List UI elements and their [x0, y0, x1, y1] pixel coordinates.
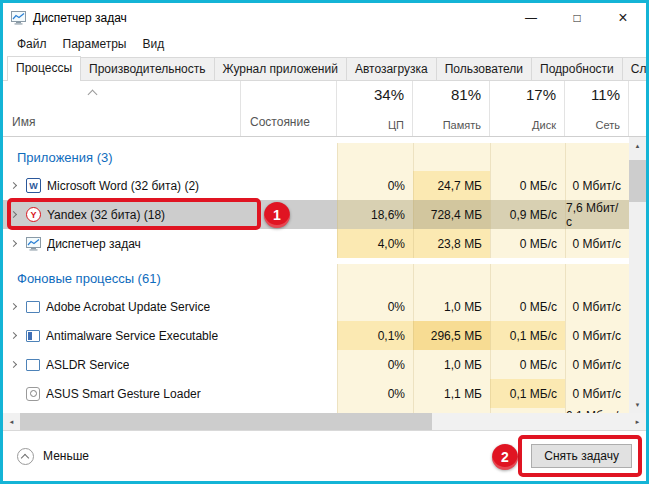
process-row[interactable]: YYandex (32 бита) (18)18,6%728,4 МБ0,9 М… [3, 200, 629, 229]
cpu-cell: 4,0% [337, 229, 413, 258]
process-row[interactable]: Adobe Acrobat Update Service0%1,0 МБ0 МБ… [3, 292, 629, 321]
tab-performance[interactable]: Производительность [80, 57, 214, 80]
cpu-cell [337, 143, 413, 171]
menu-item-options[interactable]: Параметры [55, 32, 135, 56]
minimize-button[interactable]: — [508, 3, 554, 32]
close-button[interactable]: × [600, 3, 646, 32]
expand-chevron-icon[interactable] [10, 361, 17, 368]
horizontal-scrollbar[interactable]: ◄ ► [3, 413, 646, 430]
process-name: Диспетчер задач [47, 237, 141, 251]
cpu-cell: 0% [337, 379, 413, 408]
vertical-scroll-thumb[interactable] [629, 160, 646, 202]
tab-app-history[interactable]: Журнал приложений [214, 57, 347, 80]
column-header-disk[interactable]: 17%Диск [490, 81, 565, 136]
process-name: Microsoft Word (32 бита) (2) [47, 179, 199, 193]
column-header-memory[interactable]: 81%Память [413, 81, 490, 136]
task-manager-window: Диспетчер задач — □ × ФайлПараметрыВид П… [0, 0, 649, 484]
memory-cell: 1,0 МБ [413, 350, 490, 379]
process-status-cell [241, 350, 337, 379]
network-cell: 0 Мбит/с [565, 350, 629, 379]
collapse-circle-icon [17, 448, 34, 465]
expand-chevron-icon[interactable] [10, 182, 17, 189]
app-window-icon [26, 359, 40, 371]
process-name-cell[interactable]: WMicrosoft Word (32 бита) (2) [3, 171, 241, 200]
tab-startup[interactable]: Автозагрузка [346, 57, 437, 80]
process-name: Adobe Acrobat Update Service [46, 300, 210, 314]
process-name-cell[interactable]: ASLDR Service [3, 350, 241, 379]
process-name-cell[interactable]: Adobe Acrobat Update Service [3, 292, 241, 321]
process-status-cell [241, 321, 337, 350]
disk-cell: 0,1 МБ/с [490, 321, 565, 350]
column-header-status[interactable]: Состояние [241, 81, 337, 136]
group-status-cell [241, 143, 337, 171]
memory-cell: 296,5 МБ [413, 321, 490, 350]
cpu-cell: 0% [337, 350, 413, 379]
network-cell: 0 Мбит/с [565, 321, 629, 350]
vertical-scrollbar[interactable]: ▲ ▼ [629, 137, 646, 413]
column-header-status-label: Состояние [250, 115, 310, 129]
scroll-down-button[interactable]: ▼ [629, 396, 646, 413]
column-header-name-label: Имя [12, 115, 35, 129]
tab-details[interactable]: Подробности [531, 57, 623, 80]
disk-cell: 0 МБ/с [490, 292, 565, 321]
process-row[interactable]: Antimalware Service Executable0,1%296,5 … [3, 321, 629, 350]
column-header-network[interactable]: 11%Сеть [565, 81, 629, 136]
process-row[interactable]: Диспетчер задач4,0%23,8 МБ0 МБ/с0 Мбит/с [3, 229, 629, 258]
cpu-cell: 18,6% [337, 200, 413, 229]
column-header-name[interactable]: Имя [3, 81, 241, 136]
process-name-cell[interactable]: Диспетчер задач [3, 229, 241, 258]
scroll-left-button[interactable]: ◄ [3, 413, 20, 430]
group-label: Приложения (3) [3, 143, 241, 171]
column-header-cpu[interactable]: 34%ЦП [337, 81, 413, 136]
expand-chevron-icon[interactable] [10, 303, 17, 310]
process-row[interactable]: ASUS Smart Gesture Loader0%1,1 МБ0,1 МБ/… [3, 379, 629, 408]
cpu-column-label: ЦП [388, 119, 404, 131]
expand-chevron-icon[interactable] [10, 240, 17, 247]
horizontal-scroll-track[interactable] [20, 413, 629, 430]
memory-cell: 728,4 МБ [413, 200, 490, 229]
process-name: ASUS Smart Gesture Loader [46, 387, 201, 401]
title-bar: Диспетчер задач — □ × [3, 3, 646, 32]
process-table-body: Приложения (3)WMicrosoft Word (32 бита) … [3, 137, 629, 413]
memory-column-label: Память [443, 119, 481, 131]
tab-services[interactable]: Службы [622, 57, 649, 80]
window-controls: — □ × [508, 3, 646, 32]
fewer-details-toggle[interactable]: Меньше [17, 448, 89, 465]
process-name-cell[interactable]: YYandex (32 бита) (18) [3, 200, 241, 229]
process-name-cell[interactable]: ASUS Smart Gesture Loader [3, 379, 241, 408]
tab-processes[interactable]: Процессы [7, 56, 81, 81]
menu-item-view[interactable]: Вид [134, 32, 172, 56]
window-title: Диспетчер задач [33, 11, 127, 25]
process-name-cell[interactable]: Antimalware Service Executable [3, 321, 241, 350]
process-status-cell [241, 171, 337, 200]
memory-cell: 1,1 МБ [413, 379, 490, 408]
process-name: Yandex (32 бита) (18) [47, 208, 165, 222]
menu-item-file[interactable]: Файл [9, 32, 55, 56]
expand-chevron-icon[interactable] [10, 332, 17, 339]
process-row[interactable]: ASLDR Service0%1,0 МБ0 МБ/с0 Мбит/с [3, 350, 629, 379]
horizontal-scroll-thumb[interactable] [20, 413, 432, 430]
footer-bar: Меньше Снять задачу [3, 430, 646, 481]
asus-gesture-icon [26, 387, 40, 401]
maximize-button[interactable]: □ [554, 3, 600, 32]
group-header-row[interactable]: Приложения (3) [3, 143, 629, 171]
process-name: Antimalware Service Executable [46, 329, 218, 343]
tab-users[interactable]: Пользователи [436, 57, 532, 80]
vertical-scroll-track[interactable] [629, 154, 646, 396]
group-header-row[interactable]: Фоновые процессы (61) [3, 264, 629, 292]
end-task-button[interactable]: Снять задачу [531, 444, 632, 468]
task-manager-app-icon [11, 10, 27, 25]
disk-cell: 0 МБ/с [490, 229, 565, 258]
group-label: Фоновые процессы (61) [3, 264, 241, 292]
process-row[interactable]: WMicrosoft Word (32 бита) (2)0%24,7 МБ0 … [3, 171, 629, 200]
expand-chevron-icon[interactable] [10, 211, 17, 218]
yandex-icon: Y [26, 207, 41, 222]
scroll-up-button[interactable]: ▲ [629, 137, 646, 154]
network-cell [565, 264, 629, 292]
process-status-cell [241, 379, 337, 408]
network-total-percent: 11% [591, 86, 620, 103]
memory-cell [413, 264, 490, 292]
network-cell: 0 Мбит/с [565, 292, 629, 321]
cpu-cell [337, 264, 413, 292]
scroll-right-button[interactable]: ► [629, 413, 646, 430]
